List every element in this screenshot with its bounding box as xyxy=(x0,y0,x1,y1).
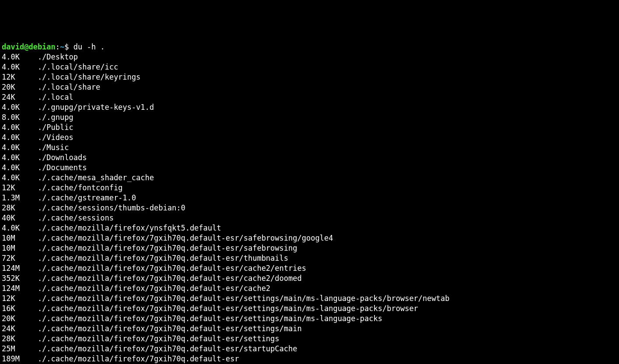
du-row: 12K ./.cache/fontconfig xyxy=(2,183,617,193)
du-path: ./Music xyxy=(38,143,69,152)
du-row: 1.3M ./.cache/gstreamer-1.0 xyxy=(2,193,617,203)
du-size: 4.0K xyxy=(2,123,38,132)
du-path: ./.cache/mozilla/firefox/7gxih70q.defaul… xyxy=(38,294,450,303)
du-row: 40K ./.cache/sessions xyxy=(2,213,617,223)
du-row: 4.0K ./Desktop xyxy=(2,52,617,62)
du-path: ./.cache/mozilla/firefox/7gxih70q.defaul… xyxy=(38,314,382,323)
du-size: 189M xyxy=(2,354,38,363)
du-row: 4.0K ./.cache/mozilla/firefox/ynsfqkt5.d… xyxy=(2,223,617,233)
command-output: 4.0K ./Desktop4.0K ./.local/share/icc12K… xyxy=(2,52,617,364)
du-path: ./.cache/mozilla/firefox/7gxih70q.defaul… xyxy=(38,274,302,283)
du-path: ./.cache/sessions/thumbs-debian:0 xyxy=(38,203,185,212)
du-row: 4.0K ./.cache/mesa_shader_cache xyxy=(2,173,617,183)
du-row: 20K ./.local/share xyxy=(2,82,617,92)
du-row: 72K ./.cache/mozilla/firefox/7gxih70q.de… xyxy=(2,253,617,263)
du-row: 24K ./.local xyxy=(2,92,617,102)
prompt-user: david@debian xyxy=(2,42,56,51)
du-size: 12K xyxy=(2,294,38,303)
du-row: 4.0K ./.gnupg/private-keys-v1.d xyxy=(2,102,617,112)
du-path: ./.local xyxy=(38,93,73,102)
du-path: ./.gnupg/private-keys-v1.d xyxy=(38,103,154,112)
du-row: 12K ./.cache/mozilla/firefox/7gxih70q.de… xyxy=(2,294,617,304)
du-row: 10M ./.cache/mozilla/firefox/7gxih70q.de… xyxy=(2,243,617,253)
du-path: ./.gnupg xyxy=(38,113,73,122)
du-row: 124M ./.cache/mozilla/firefox/7gxih70q.d… xyxy=(2,284,617,294)
du-row: 4.0K ./Videos xyxy=(2,133,617,143)
du-row: 4.0K ./Music xyxy=(2,143,617,153)
du-size: 4.0K xyxy=(2,173,38,182)
du-row: 12K ./.local/share/keyrings xyxy=(2,72,617,82)
du-size: 16K xyxy=(2,304,38,313)
du-path: ./Downloads xyxy=(38,153,87,162)
du-row: 16K ./.cache/mozilla/firefox/7gxih70q.de… xyxy=(2,304,617,314)
du-path: ./.cache/mozilla/firefox/7gxih70q.defaul… xyxy=(38,324,302,333)
du-size: 352K xyxy=(2,274,38,283)
du-size: 20K xyxy=(2,314,38,323)
du-size: 124M xyxy=(2,284,38,293)
du-size: 40K xyxy=(2,214,38,222)
du-path: ./.cache/mozilla/firefox/7gxih70q.defaul… xyxy=(38,264,306,273)
du-size: 10M xyxy=(2,234,38,242)
du-size: 10M xyxy=(2,244,38,252)
du-row: 4.0K ./.local/share/icc xyxy=(2,62,617,72)
du-size: 4.0K xyxy=(2,224,38,232)
du-row: 25M ./.cache/mozilla/firefox/7gxih70q.de… xyxy=(2,344,617,354)
du-row: 10M ./.cache/mozilla/firefox/7gxih70q.de… xyxy=(2,233,617,243)
prompt-line: david@debian:~$ du -h . xyxy=(2,42,105,51)
du-row: 4.0K ./Public xyxy=(2,122,617,133)
du-size: 4.0K xyxy=(2,143,38,152)
du-path: ./.cache/mozilla/firefox/7gxih70q.defaul… xyxy=(38,344,297,353)
du-path: ./.cache/gstreamer-1.0 xyxy=(38,193,136,202)
du-path: ./.cache/sessions xyxy=(38,214,114,222)
du-path: ./.local/share/keyrings xyxy=(38,73,140,81)
du-row: 189M ./.cache/mozilla/firefox/7gxih70q.d… xyxy=(2,354,617,364)
du-size: 20K xyxy=(2,83,38,91)
command-text: du -h . xyxy=(73,42,105,51)
du-path: ./.cache/mozilla/firefox/7gxih70q.defaul… xyxy=(38,244,297,252)
du-row: 4.0K ./Downloads xyxy=(2,153,617,163)
du-path: ./Public xyxy=(38,123,73,132)
du-path: ./Videos xyxy=(38,133,73,142)
du-size: 4.0K xyxy=(2,63,38,71)
du-size: 25M xyxy=(2,344,38,353)
du-size: 4.0K xyxy=(2,103,38,112)
du-path: ./Desktop xyxy=(38,52,78,61)
du-path: ./.cache/mozilla/firefox/7gxih70q.defaul… xyxy=(38,304,418,313)
du-row: 352K ./.cache/mozilla/firefox/7gxih70q.d… xyxy=(2,273,617,284)
du-size: 12K xyxy=(2,73,38,81)
du-size: 4.0K xyxy=(2,52,38,61)
du-size: 24K xyxy=(2,324,38,333)
du-size: 24K xyxy=(2,93,38,102)
du-size: 4.0K xyxy=(2,163,38,172)
du-size: 8.0K xyxy=(2,113,38,122)
du-row: 124M ./.cache/mozilla/firefox/7gxih70q.d… xyxy=(2,263,617,273)
du-size: 4.0K xyxy=(2,153,38,162)
du-row: 4.0K ./Documents xyxy=(2,163,617,173)
du-size: 1.3M xyxy=(2,193,38,202)
du-size: 28K xyxy=(2,334,38,343)
du-path: ./.cache/mozilla/firefox/7gxih70q.defaul… xyxy=(38,254,288,262)
du-size: 28K xyxy=(2,203,38,212)
du-row: 28K ./.cache/mozilla/firefox/7gxih70q.de… xyxy=(2,334,617,344)
du-row: 24K ./.cache/mozilla/firefox/7gxih70q.de… xyxy=(2,324,617,334)
du-path: ./.local/share/icc xyxy=(38,63,118,71)
terminal[interactable]: david@debian:~$ du -h . 4.0K ./Desktop4.… xyxy=(2,42,617,364)
prompt-sep: : xyxy=(56,42,60,51)
du-path: ./.cache/mozilla/firefox/7gxih70q.defaul… xyxy=(38,234,333,242)
du-path: ./.cache/mozilla/firefox/7gxih70q.defaul… xyxy=(38,334,280,343)
du-size: 4.0K xyxy=(2,133,38,142)
du-path: ./.cache/fontconfig xyxy=(38,183,122,192)
du-path: ./.cache/mozilla/firefox/7gxih70q.defaul… xyxy=(38,284,270,293)
du-size: 124M xyxy=(2,264,38,273)
du-size: 72K xyxy=(2,254,38,262)
du-path: ./.cache/mesa_shader_cache xyxy=(38,173,154,182)
du-path: ./.cache/mozilla/firefox/7gxih70q.defaul… xyxy=(38,354,239,363)
du-path: ./Documents xyxy=(38,163,87,172)
prompt-end: $ xyxy=(64,42,73,51)
du-size: 12K xyxy=(2,183,38,192)
du-row: 28K ./.cache/sessions/thumbs-debian:0 xyxy=(2,203,617,213)
du-path: ./.cache/mozilla/firefox/ynsfqkt5.defaul… xyxy=(38,224,221,232)
du-row: 8.0K ./.gnupg xyxy=(2,112,617,122)
prompt-cwd: ~ xyxy=(60,42,64,51)
du-row: 20K ./.cache/mozilla/firefox/7gxih70q.de… xyxy=(2,314,617,324)
